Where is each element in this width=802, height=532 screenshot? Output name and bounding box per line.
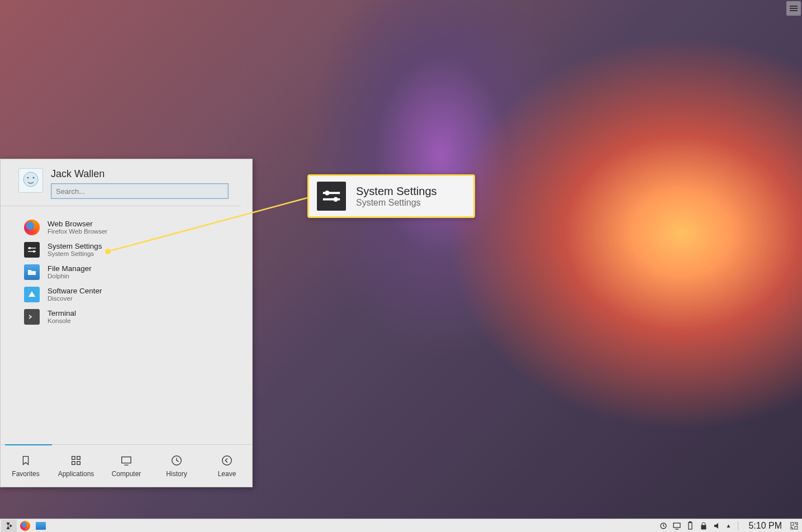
- tab-history[interactable]: History: [151, 445, 202, 487]
- favorite-label: System Settings: [48, 242, 102, 251]
- tab-label: Computer: [112, 470, 141, 478]
- taskbar-launcher-button[interactable]: [1, 520, 17, 532]
- favorite-terminal[interactable]: Terminal Konsole: [24, 306, 241, 328]
- tab-label: Favorites: [12, 470, 39, 478]
- svg-rect-9: [72, 461, 75, 464]
- tab-label: Leave: [218, 470, 236, 478]
- settings-icon: [24, 242, 40, 258]
- tray-display-icon[interactable]: [672, 521, 681, 530]
- firefox-icon: [20, 521, 30, 531]
- svg-rect-11: [122, 457, 131, 463]
- monitor-icon: [120, 454, 132, 467]
- tray-show-desktop-icon[interactable]: [790, 521, 799, 530]
- user-avatar[interactable]: [18, 168, 43, 193]
- svg-rect-7: [72, 456, 75, 459]
- svg-point-2: [32, 177, 34, 178]
- svg-point-14: [222, 455, 232, 465]
- callout-title: System Settings: [356, 185, 437, 198]
- favorite-sublabel: System Settings: [48, 250, 102, 258]
- taskbar-clock[interactable]: 5:10 PM: [745, 521, 785, 531]
- desktop-wallpaper[interactable]: Jack Wallen Web Browser Firefox Web Brow…: [0, 0, 802, 519]
- desktop-menu-button[interactable]: [786, 1, 801, 16]
- favorite-label: Terminal: [48, 309, 76, 318]
- svg-rect-10: [77, 461, 80, 464]
- tray-updates-icon[interactable]: [659, 521, 668, 530]
- favorite-software-center[interactable]: Software Center Discover: [24, 283, 241, 306]
- taskbar-dolphin-button[interactable]: [34, 520, 48, 532]
- bookmark-icon: [20, 454, 32, 467]
- svg-point-1: [27, 177, 29, 178]
- tray-battery-icon[interactable]: [686, 521, 695, 530]
- favorite-sublabel: Discover: [48, 295, 102, 302]
- tab-label: Applications: [58, 470, 94, 478]
- launcher-tabs: Favorites Applications Computer History …: [1, 444, 252, 487]
- favorite-sublabel: Firefox Web Browser: [48, 228, 107, 235]
- tab-leave[interactable]: Leave: [202, 445, 252, 487]
- taskbar: ▲ 5:10 PM: [0, 519, 802, 532]
- svg-rect-27: [791, 522, 794, 525]
- favorite-label: Software Center: [48, 287, 102, 296]
- application-launcher: Jack Wallen Web Browser Firefox Web Brow…: [0, 159, 253, 487]
- kde-logo-icon: [4, 521, 14, 531]
- favorite-file-manager[interactable]: File Manager Dolphin: [24, 261, 241, 283]
- dolphin-icon: [24, 264, 40, 280]
- username-label: Jack Wallen: [51, 168, 229, 180]
- back-icon: [221, 454, 233, 467]
- svg-rect-24: [689, 522, 692, 529]
- svg-rect-26: [701, 525, 706, 529]
- tray-expand-button[interactable]: ▲: [726, 522, 732, 529]
- tray-volume-icon[interactable]: [713, 521, 722, 530]
- svg-rect-28: [795, 526, 798, 529]
- tray-separator: [738, 521, 738, 530]
- grid-icon: [70, 454, 82, 467]
- svg-rect-8: [77, 456, 80, 459]
- svg-rect-22: [673, 523, 680, 528]
- favorite-sublabel: Dolphin: [48, 273, 92, 280]
- favorite-sublabel: Konsole: [48, 317, 76, 325]
- clock-icon: [170, 454, 183, 467]
- search-input[interactable]: [51, 183, 229, 199]
- tray-lock-icon[interactable]: [699, 521, 708, 530]
- firefox-icon: [24, 220, 40, 235]
- favorite-label: File Manager: [48, 264, 92, 273]
- taskbar-firefox-button[interactable]: [18, 520, 32, 532]
- avatar-face-icon: [21, 170, 41, 191]
- annotation-callout: System Settings System Settings: [307, 174, 475, 218]
- settings-icon: [317, 182, 346, 211]
- active-tab-indicator: [5, 444, 52, 445]
- svg-point-0: [23, 172, 38, 187]
- callout-subtitle: System Settings: [356, 198, 437, 208]
- dolphin-icon: [36, 522, 46, 530]
- tab-favorites[interactable]: Favorites: [1, 445, 51, 487]
- tab-computer[interactable]: Computer: [101, 445, 151, 487]
- favorites-list: Web Browser Firefox Web Browser System S…: [1, 210, 252, 444]
- tab-label: History: [166, 470, 187, 478]
- tab-applications[interactable]: Applications: [51, 445, 101, 487]
- svg-rect-25: [689, 521, 691, 522]
- discover-icon: [24, 287, 40, 302]
- favorite-web-browser[interactable]: Web Browser Firefox Web Browser: [24, 216, 241, 239]
- terminal-icon: [24, 309, 40, 325]
- favorite-system-settings[interactable]: System Settings System Settings: [24, 239, 241, 261]
- favorite-label: Web Browser: [48, 220, 107, 229]
- launcher-header: Jack Wallen: [1, 159, 241, 206]
